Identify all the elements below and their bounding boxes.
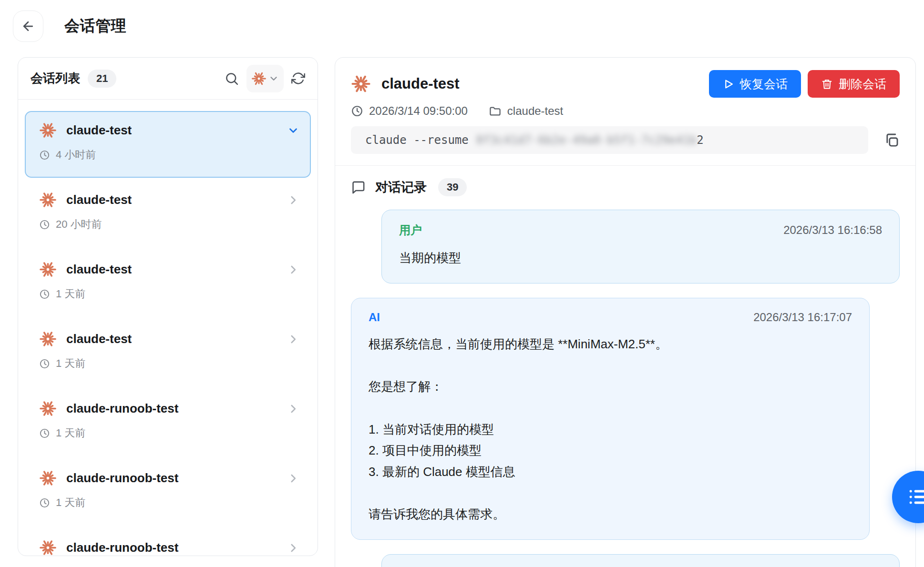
chevron-down-icon bbox=[268, 73, 279, 84]
claude-icon bbox=[251, 71, 267, 86]
claude-icon bbox=[39, 330, 57, 348]
search-button[interactable] bbox=[225, 71, 239, 86]
conversation-section: 对话记录 39 用户 2026/3/13 16:16:58 当期的模型 AI 2… bbox=[335, 166, 915, 567]
clock-icon bbox=[39, 428, 50, 439]
session-time: 1 天前 bbox=[56, 496, 85, 510]
copy-icon bbox=[883, 132, 900, 148]
detail-header: claude-test 恢复会话 删除会话 2026/3/14 09:50:00… bbox=[335, 58, 915, 166]
message-role: 用户 bbox=[399, 223, 422, 238]
session-list-item[interactable]: claude-runoob-test 1 天前 bbox=[25, 459, 311, 526]
message-content: 当期的模型 bbox=[399, 247, 882, 269]
session-time: 1 天前 bbox=[56, 426, 85, 440]
session-list-item[interactable]: claude-runoob-test 1 天前 bbox=[25, 389, 311, 456]
message-list: 用户 2026/3/13 16:16:58 当期的模型 AI 2026/3/13… bbox=[351, 210, 900, 567]
clock-icon bbox=[351, 105, 363, 117]
session-name: claude-runoob-test bbox=[66, 471, 178, 486]
message-content: 根据系统信息，当前使用的模型是 **MiniMax-M2.5**。 您是想了解：… bbox=[369, 334, 852, 525]
session-list-item[interactable]: claude-test 1 天前 bbox=[25, 250, 311, 317]
chevron-right-icon bbox=[287, 542, 299, 554]
clock-icon bbox=[39, 150, 50, 161]
list-icon bbox=[907, 486, 924, 508]
conversation-title: 对话记录 bbox=[375, 179, 427, 196]
claude-icon bbox=[39, 400, 57, 417]
copy-command-button[interactable] bbox=[883, 132, 900, 148]
search-icon bbox=[225, 71, 239, 86]
page-title: 会话管理 bbox=[64, 16, 126, 37]
back-button[interactable] bbox=[13, 10, 43, 42]
chevron-right-icon bbox=[287, 194, 299, 206]
message-count-badge: 39 bbox=[438, 178, 467, 196]
session-list-panel: 会话列表 21 claude-test 4 小时前 bbox=[18, 57, 318, 556]
clock-icon bbox=[39, 497, 50, 508]
resume-session-button[interactable]: 恢复会话 bbox=[709, 70, 801, 98]
user-message: 用户 2026/3/13 16:16:58 当期的模型 bbox=[381, 210, 900, 284]
session-name: claude-runoob-test bbox=[66, 401, 178, 416]
detail-title: claude-test bbox=[381, 75, 460, 92]
session-name: claude-test bbox=[66, 332, 132, 346]
session-time: 1 天前 bbox=[56, 287, 85, 301]
session-list-item[interactable]: claude-runoob-test bbox=[25, 528, 311, 556]
user-message: 用户 2026/3/13 16:17:26 bbox=[381, 554, 900, 567]
session-name: claude-test bbox=[66, 123, 132, 138]
session-list-item[interactable]: claude-test 20 小时前 bbox=[25, 181, 311, 247]
claude-icon bbox=[39, 469, 57, 487]
refresh-button[interactable] bbox=[291, 71, 305, 85]
session-time: 4 小时前 bbox=[56, 148, 96, 162]
detail-created-at: 2026/3/14 09:50:00 bbox=[351, 104, 468, 118]
session-list-header: 会话列表 21 bbox=[18, 58, 318, 100]
claude-icon bbox=[39, 191, 57, 209]
session-name: claude-test bbox=[66, 192, 132, 207]
session-name: claude-runoob-test bbox=[66, 540, 178, 555]
folder-icon bbox=[489, 105, 502, 118]
trash-icon bbox=[821, 78, 833, 90]
page-header: 会话管理 bbox=[13, 10, 126, 42]
chat-icon bbox=[351, 180, 366, 195]
claude-icon bbox=[39, 261, 57, 278]
chevron-right-icon bbox=[287, 263, 299, 276]
message-time: 2026/3/13 16:16:58 bbox=[783, 223, 882, 237]
chevron-right-icon bbox=[287, 472, 299, 485]
session-count-badge: 21 bbox=[88, 70, 116, 88]
claude-icon bbox=[39, 122, 57, 139]
clock-icon bbox=[39, 358, 50, 369]
chevron-right-icon bbox=[287, 403, 299, 415]
session-name: claude-test bbox=[66, 262, 132, 277]
claude-icon bbox=[351, 74, 371, 94]
detail-project: claude-test bbox=[489, 104, 563, 118]
session-list-tools bbox=[225, 65, 305, 92]
play-icon bbox=[722, 78, 734, 90]
ai-message: AI 2026/3/13 16:17:07 根据系统信息，当前使用的模型是 **… bbox=[351, 298, 870, 540]
chevron-down-icon bbox=[287, 124, 299, 137]
session-time: 1 天前 bbox=[56, 356, 85, 371]
session-detail-panel: claude-test 恢复会话 删除会话 2026/3/14 09:50:00… bbox=[335, 57, 916, 567]
model-filter-dropdown[interactable] bbox=[246, 65, 284, 92]
clock-icon bbox=[39, 219, 50, 230]
claude-icon bbox=[39, 539, 57, 556]
session-list-item[interactable]: claude-test 4 小时前 bbox=[25, 111, 311, 178]
message-role: AI bbox=[369, 311, 380, 324]
masked-session-id: 8f3c41d7-6b2e-49a0-b5f1-7c29e41b bbox=[476, 133, 697, 147]
refresh-icon bbox=[291, 71, 305, 85]
session-list-title: 会话列表 bbox=[31, 70, 80, 87]
session-list: claude-test 4 小时前 claude-test 20 小时前 bbox=[18, 100, 318, 556]
arrow-left-icon bbox=[21, 19, 35, 33]
message-time: 2026/3/13 16:17:07 bbox=[753, 311, 852, 324]
session-list-item[interactable]: claude-test 1 天前 bbox=[25, 320, 311, 386]
chevron-right-icon bbox=[287, 333, 299, 345]
clock-icon bbox=[39, 289, 50, 300]
resume-command: claude --resume8f3c41d7-6b2e-49a0-b5f1-7… bbox=[351, 126, 868, 154]
session-time: 20 小时前 bbox=[56, 217, 102, 232]
delete-session-button[interactable]: 删除会话 bbox=[808, 70, 900, 98]
